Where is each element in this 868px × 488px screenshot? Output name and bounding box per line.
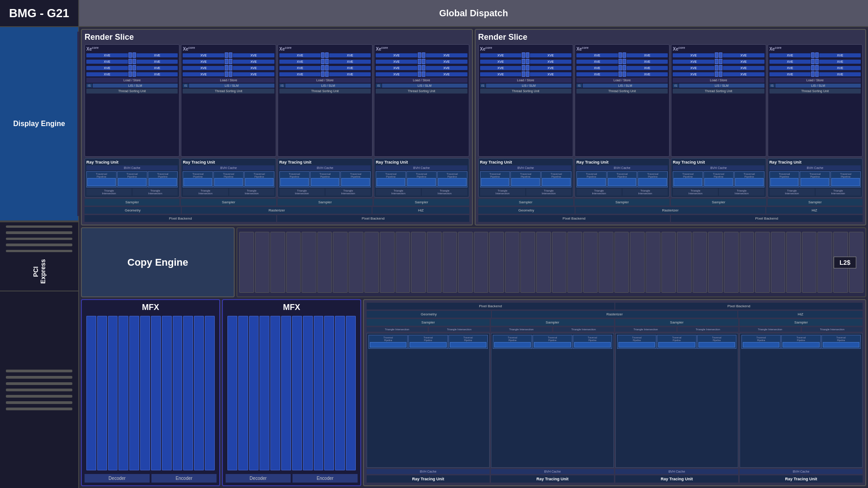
xve-block: XVE [673,60,714,64]
main-content: Render Slice Xecore XVE XVE [79,27,868,488]
thread-sorting: Thread Sorting Unit [183,89,274,94]
xve-block: XVE [480,72,522,76]
xve-mini [422,52,425,58]
br-bvh-row: BVH Cache BVH Cache BVH Cache BVH Cache [367,469,863,474]
chip-label: BMG - G21 [0,0,79,27]
pixel-backend-r2: Pixel Backend [671,215,863,222]
mem-bar [693,232,708,293]
xe-core-r2-label: Xecore [576,46,668,52]
xve-block: XVE [233,60,274,64]
traversal-mini [149,178,177,186]
slm-block: LIS / SLM [285,84,371,88]
bottom-row: MFX [81,299,866,486]
xve-block: XVE [530,66,571,70]
xve-mini [132,52,136,58]
mfx-bar [86,316,96,470]
traversal-block: TraversalPipeline [607,171,637,188]
traversal-block: TraversalPipeline [637,171,668,188]
xve-block: XVE [627,66,668,70]
xve-mini [719,71,722,77]
mem-bar [317,232,332,293]
xve-row: XVE XVE [183,59,274,64]
xve-block: XVE [426,60,467,64]
copy-engine-label: Copy Engine [127,257,188,268]
mem-bar [489,232,504,293]
xve-mini-group [128,52,136,58]
traversal-block: TraversalPipeline [376,171,406,188]
xve-mini [132,71,136,77]
mem-bar [396,232,410,293]
xve-block: XVE [819,60,861,64]
mem-bar [630,232,645,293]
sidebar-pci: PCI Express [0,221,78,291]
rtu-r4: Ray Tracing Unit BVH Cache TraversalPipe… [768,158,863,197]
traversal-mini [184,178,212,186]
xve-mini [422,65,425,70]
xve-mini-group [618,71,626,77]
br-rtu-label-1: Ray Tracing Unit [367,475,490,483]
is-slm-row: IS LIS / SLM [376,84,467,88]
hiz-left: HiZ [373,207,469,214]
br-sampler-3: Sampler [615,319,738,326]
triangle-intersection: TriangleIntersection [576,188,622,196]
bvh-cache: BVH Cache [183,165,274,170]
xve-block: XVE [279,72,321,76]
triangle-intersection-row: TriangleIntersection TriangleIntersectio… [279,188,371,196]
xve-block: XVE [137,66,178,70]
xve-block: XVE [376,60,417,64]
xve-mini [229,65,232,70]
connector-line [6,225,72,228]
xve-row: XVE XVE [279,65,371,70]
mem-bar [646,232,660,293]
connector-line [6,244,72,246]
xve-block: XVE [183,66,224,70]
bottom-render-section: Pixel Backend Pixel Backend Geometry Ras… [363,299,866,486]
xve-mini-group [225,65,232,70]
sidebar-bottom [0,291,78,488]
pixel-backend-row-left: Pixel Backend Pixel Backend [85,215,469,222]
br-tri-7: Triangle Intersection [740,327,801,332]
traversal-block: TraversalPipeline [480,171,510,188]
xve-mini [132,59,136,64]
rasterizer-right: Rasterizer [576,207,765,214]
xve-mini-group [321,65,329,70]
traversal-mini [87,178,116,186]
traversal-label: TraversalPipeline [608,173,637,178]
br-sampler-4: Sampler [740,319,863,326]
slm-block: LIS / SLM [189,84,274,88]
xve-mini [715,71,718,77]
br-trav-2: TraversalPipeline [408,335,448,349]
xve-block: XVE [769,72,811,76]
mem-bar [786,232,801,293]
mfx-bar [314,316,324,470]
mfx-section: MFX [81,299,361,486]
xve-mini [526,52,529,58]
connector-line [6,408,72,410]
sampler-2: Sampler [181,199,276,206]
triangle-intersection-row: TriangleIntersection TriangleIntersectio… [480,188,571,196]
xve-mini-group [128,71,136,77]
xe-core-3: Xecore XVE XVE XVE [278,44,373,157]
xve-mini [623,52,626,58]
xve-row: XVE XVE [279,71,371,77]
triangle-intersection: TriangleIntersection [719,188,764,196]
br-bvh-3: BVH Cache [615,469,738,474]
xve-mini [618,71,622,77]
rtu-1: Ray Tracing Unit BVH Cache TraversalPipe… [85,158,179,197]
xve-mini-group [618,52,626,58]
xve-mini-group [321,71,329,77]
xve-mini [715,59,718,64]
xve-mini [815,71,819,77]
xve-mini [128,52,132,58]
is-slm-row: IS LIS / SLM [183,84,274,88]
xve-block: XVE [627,72,668,76]
traversal-mini [438,178,467,186]
xve-mini-group [418,52,425,58]
xve-mini [321,52,325,58]
mem-bar [286,232,301,293]
thread-sorting: Thread Sorting Unit [86,89,178,94]
xve-block: XVE [426,53,467,57]
xe-core-r3-label: Xecore [673,46,764,52]
triangle-intersection-row: TriangleIntersection TriangleIntersectio… [183,188,274,196]
xve-mini [522,71,525,77]
